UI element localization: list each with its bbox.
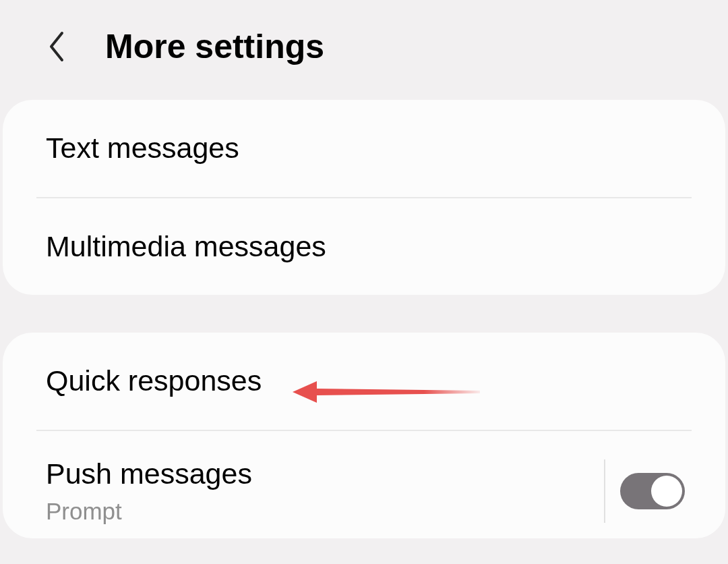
list-item-label: Quick responses <box>46 364 682 399</box>
push-messages-text: Push messages Prompt <box>46 457 589 526</box>
push-messages-toggle[interactable] <box>620 473 685 509</box>
back-icon[interactable] <box>46 29 67 64</box>
text-messages-item[interactable]: Text messages <box>3 100 725 197</box>
settings-group-options: Quick responses Push messages Prompt <box>3 333 725 538</box>
push-messages-item[interactable]: Push messages Prompt <box>3 431 725 539</box>
list-item-label: Push messages <box>46 457 589 492</box>
settings-group-messages: Text messages Multimedia messages <box>3 100 725 295</box>
toggle-separator <box>604 459 605 523</box>
list-item-label: Multimedia messages <box>46 229 682 264</box>
list-item-subtext: Prompt <box>46 498 589 525</box>
toggle-knob <box>651 476 682 507</box>
header: More settings <box>0 0 728 100</box>
page-title: More settings <box>105 27 324 66</box>
multimedia-messages-item[interactable]: Multimedia messages <box>3 198 725 295</box>
list-item-label: Text messages <box>46 131 682 166</box>
quick-responses-item[interactable]: Quick responses <box>3 333 725 430</box>
